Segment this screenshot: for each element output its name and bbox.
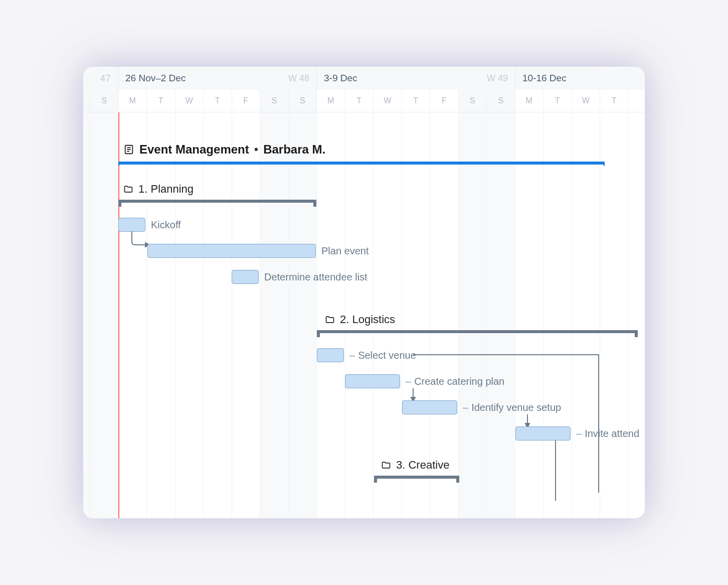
week-range-2: 10-16 Dec	[522, 73, 567, 84]
day-cell: T	[402, 90, 431, 112]
week-num-prev: 47	[100, 73, 111, 84]
week-cell-2[interactable]: 10-16 Dec	[515, 67, 645, 90]
folder-label-creative: 3. Creative	[396, 459, 449, 472]
folder-span-planning[interactable]	[118, 200, 316, 206]
project-header[interactable]: Event Management • Barbara M.	[123, 142, 325, 157]
grid-col	[289, 112, 317, 518]
grid-col	[600, 112, 629, 518]
task-label-invite: Invite attend	[576, 428, 639, 440]
task-label-catering: Create catering plan	[406, 376, 504, 387]
day-cell: S	[487, 90, 515, 112]
folder-label-planning: 1. Planning	[138, 183, 194, 196]
day-cell: T	[600, 90, 629, 112]
grid-col	[515, 112, 544, 518]
folder-label-logistics: 2. Logistics	[340, 313, 395, 326]
week-range-0: 26 Nov–2 Dec	[125, 73, 186, 84]
timeline-header: 47 26 Nov–2 Dec W 48 3-9 Dec W 49 10-16 …	[83, 67, 645, 112]
day-cell: M	[119, 90, 147, 112]
task-label-venue-setup: Identify venue setup	[463, 402, 561, 413]
week-cell-prev: 47	[83, 67, 118, 90]
grid-col	[90, 112, 119, 518]
grid-col	[459, 112, 487, 518]
day-cell: S	[289, 90, 317, 112]
folder-span-creative[interactable]	[374, 476, 459, 482]
project-owner: Barbara M.	[263, 142, 325, 157]
grid-col	[175, 112, 204, 518]
day-row: SMTWTFSSMTWTFSSMTWT	[83, 90, 645, 112]
day-cell: T	[543, 90, 572, 112]
day-cell: S	[260, 90, 289, 112]
grid-col	[487, 112, 515, 518]
task-label-plan-event: Plan event	[321, 245, 369, 257]
day-cell: T	[204, 90, 232, 112]
folder-icon	[325, 315, 335, 325]
week-cell-0[interactable]: 26 Nov–2 Dec W 48	[118, 67, 317, 90]
folder-span-logistics[interactable]	[317, 330, 638, 336]
task-bar-attendee-list[interactable]: Determine attendee list	[232, 270, 259, 284]
project-span-bar[interactable]	[118, 162, 605, 167]
day-cell: S	[90, 90, 119, 112]
folder-icon	[123, 184, 133, 194]
task-bar-catering[interactable]: Create catering plan	[345, 374, 400, 388]
task-bar-plan-event[interactable]: Plan event	[147, 244, 316, 258]
folder-header-planning[interactable]: 1. Planning	[123, 183, 194, 196]
grid-col	[572, 112, 601, 518]
project-icon	[123, 144, 134, 155]
folder-icon	[381, 460, 391, 470]
day-cell: S	[459, 90, 487, 112]
day-cell: T	[345, 90, 374, 112]
task-bar-venue-setup[interactable]: Identify venue setup	[402, 400, 457, 414]
day-cell: F	[232, 90, 261, 112]
grid-col	[232, 112, 261, 518]
day-cell: W	[175, 90, 204, 112]
task-bar-select-venue[interactable]: Select venue	[317, 348, 344, 362]
week-cell-1[interactable]: 3-9 Dec W 49	[317, 67, 515, 90]
day-cell: M	[515, 90, 544, 112]
day-cell: W	[374, 90, 402, 112]
today-line	[118, 112, 119, 518]
grid-col	[260, 112, 289, 518]
week-row: 47 26 Nov–2 Dec W 48 3-9 Dec W 49 10-16 …	[83, 67, 645, 90]
task-label-select-venue: Select venue	[349, 350, 416, 361]
grid-col	[402, 112, 431, 518]
day-cell-edge	[83, 90, 90, 112]
day-cell: T	[147, 90, 175, 112]
grid-col	[204, 112, 232, 518]
day-cell: W	[572, 90, 601, 112]
week-num-1: W 49	[487, 73, 508, 84]
separator-dot: •	[254, 142, 258, 157]
project-title: Event Management	[139, 142, 249, 157]
task-bar-kickoff[interactable]: Kickoff	[118, 218, 145, 232]
grid-col	[119, 112, 147, 518]
task-label-kickoff: Kickoff	[151, 219, 181, 231]
grid-col	[147, 112, 175, 518]
task-bar-invite[interactable]: Invite attend	[515, 426, 571, 441]
task-label-attendee-list: Determine attendee list	[264, 271, 368, 283]
week-num-0: W 48	[288, 73, 309, 84]
week-range-1: 3-9 Dec	[324, 73, 357, 84]
grid-col	[430, 112, 459, 518]
folder-header-logistics[interactable]: 2. Logistics	[325, 313, 395, 326]
grid-col	[543, 112, 572, 518]
day-cell: M	[317, 90, 345, 112]
day-cell: F	[430, 90, 459, 112]
gantt-frame: 47 26 Nov–2 Dec W 48 3-9 Dec W 49 10-16 …	[83, 67, 645, 518]
folder-header-creative[interactable]: 3. Creative	[381, 459, 449, 472]
grid-col	[83, 112, 90, 518]
gantt-body[interactable]: Event Management • Barbara M. 1. Plannin…	[83, 112, 645, 518]
